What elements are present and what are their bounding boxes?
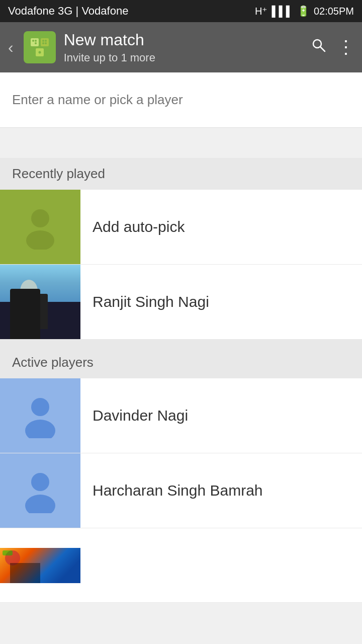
- svg-line-12: [320, 47, 325, 51]
- search-button[interactable]: [311, 37, 327, 57]
- svg-point-18: [25, 495, 55, 513]
- recently-played-header: Recently played: [0, 158, 362, 190]
- svg-point-16: [25, 420, 55, 438]
- list-item[interactable]: Add auto-pick: [0, 190, 362, 265]
- blue-avatar: [0, 378, 80, 453]
- list-item[interactable]: Ranjit Singh Nagi: [0, 265, 362, 340]
- avatar: [0, 378, 80, 453]
- app-bar-titles: New match Invite up to 1 more: [64, 31, 303, 64]
- spacer: [0, 128, 362, 158]
- app-icon: [24, 31, 56, 63]
- svg-rect-4: [41, 38, 49, 46]
- active-players-header: Active players: [0, 347, 362, 378]
- status-bar: Vodafone 3G | Vodafone H⁺ ▌▌▌ 🔋 02:05PM: [0, 0, 362, 22]
- player-name: Ranjit Singh Nagi: [80, 293, 362, 310]
- carrier-text: Vodafone 3G | Vodafone: [8, 5, 128, 18]
- status-bar-right: H⁺ ▌▌▌ 🔋 02:05PM: [255, 5, 354, 17]
- blue-avatar: [0, 453, 80, 528]
- more-button[interactable]: ⋮: [337, 37, 354, 58]
- app-bar-subtitle: Invite up to 1 more: [64, 51, 303, 64]
- avatar: [0, 265, 80, 339]
- avatar: [0, 453, 80, 528]
- app-logo-icon: [29, 36, 51, 58]
- avatar: [0, 190, 80, 264]
- svg-point-14: [26, 230, 54, 250]
- svg-point-1: [32, 40, 34, 42]
- svg-point-10: [38, 51, 41, 54]
- svg-point-2: [35, 42, 37, 44]
- search-area: [0, 72, 362, 128]
- player-name: Add auto-pick: [80, 218, 362, 235]
- person-silhouette-icon: [18, 204, 63, 250]
- clock: 02:05PM: [314, 6, 354, 17]
- network-icon: H⁺: [255, 5, 267, 17]
- person-icon: [18, 468, 63, 513]
- list-item[interactable]: Harcharan Singh Bamrah: [0, 453, 362, 528]
- svg-point-17: [31, 473, 49, 491]
- signal-icon: ▌▌▌: [272, 6, 293, 17]
- avatar: [0, 548, 80, 583]
- ranjit-photo-avatar: [0, 265, 80, 339]
- svg-point-6: [45, 40, 47, 42]
- svg-rect-0: [31, 38, 39, 46]
- list-item[interactable]: [0, 528, 362, 603]
- svg-point-15: [31, 398, 49, 416]
- player-name: Davinder Nagi: [80, 407, 362, 424]
- svg-point-13: [31, 209, 49, 227]
- svg-point-5: [42, 40, 44, 42]
- player-search-input[interactable]: [12, 92, 350, 108]
- svg-point-7: [42, 42, 44, 44]
- svg-point-3: [35, 40, 37, 42]
- back-button[interactable]: ‹: [8, 38, 14, 57]
- svg-point-8: [45, 42, 47, 44]
- person-icon: [18, 393, 63, 438]
- section-divider: [0, 340, 362, 347]
- autopick-avatar: [0, 190, 80, 264]
- app-bar: ‹ New match Invite up to 1 more: [0, 22, 362, 72]
- player-name: Harcharan Singh Bamrah: [80, 482, 362, 499]
- list-item[interactable]: Davinder Nagi: [0, 378, 362, 453]
- app-bar-title: New match: [64, 31, 303, 49]
- app-bar-actions: ⋮: [311, 37, 354, 58]
- battery-icon: 🔋: [297, 5, 310, 17]
